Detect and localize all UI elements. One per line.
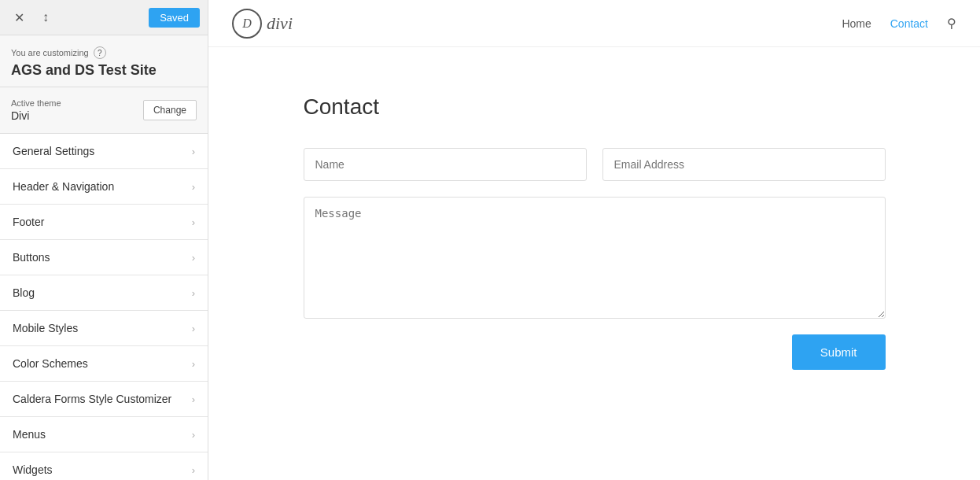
sidebar-item-widgets[interactable]: Widgets › bbox=[0, 452, 208, 480]
menu-item-label: Mobile Styles bbox=[13, 322, 78, 334]
sidebar-item-menus[interactable]: Menus › bbox=[0, 417, 208, 452]
sidebar-item-footer[interactable]: Footer › bbox=[0, 205, 208, 240]
chevron-right-icon: › bbox=[192, 181, 195, 193]
page-title: Contact bbox=[304, 94, 886, 120]
theme-info: Active theme Divi bbox=[11, 98, 61, 122]
chevron-right-icon: › bbox=[192, 429, 195, 441]
search-icon[interactable]: ⚲ bbox=[947, 16, 956, 31]
sidebar-topbar: ✕ ↕ Saved bbox=[0, 0, 208, 35]
chevron-right-icon: › bbox=[192, 323, 195, 334]
preview-header: D divi Home Contact ⚲ bbox=[208, 0, 980, 47]
nav-home[interactable]: Home bbox=[842, 17, 871, 30]
logo-area: D divi bbox=[232, 9, 293, 39]
menu-item-label: Blog bbox=[13, 286, 35, 299]
submit-button[interactable]: Submit bbox=[792, 334, 886, 370]
theme-name: Divi bbox=[11, 109, 61, 122]
menu-item-label: General Settings bbox=[13, 145, 94, 157]
reorder-icon[interactable]: ↕ bbox=[35, 6, 57, 28]
sidebar-item-blog[interactable]: Blog › bbox=[0, 275, 208, 311]
nav-links: Home Contact ⚲ bbox=[842, 16, 956, 31]
preview-content: Contact Submit bbox=[241, 47, 949, 417]
change-theme-button[interactable]: Change bbox=[143, 100, 197, 120]
site-name: AGS and DS Test Site bbox=[11, 62, 197, 79]
nav-contact[interactable]: Contact bbox=[890, 17, 928, 30]
preview-panel: D divi Home Contact ⚲ Contact Submit bbox=[208, 0, 980, 480]
sidebar-item-buttons[interactable]: Buttons › bbox=[0, 240, 208, 275]
form-name-email-row bbox=[304, 148, 886, 181]
logo-text: divi bbox=[267, 13, 293, 34]
sidebar-item-caldera-forms[interactable]: Caldera Forms Style Customizer › bbox=[0, 382, 208, 417]
sidebar-item-color-schemes[interactable]: Color Schemes › bbox=[0, 346, 208, 382]
message-textarea[interactable] bbox=[304, 197, 886, 319]
submit-row: Submit bbox=[304, 334, 886, 370]
chevron-right-icon: › bbox=[192, 146, 195, 157]
sidebar-item-header-navigation[interactable]: Header & Navigation › bbox=[0, 169, 208, 205]
chevron-right-icon: › bbox=[192, 252, 195, 264]
sidebar-info: You are customizing ? AGS and DS Test Si… bbox=[0, 35, 208, 87]
sidebar: ✕ ↕ Saved You are customizing ? AGS and … bbox=[0, 0, 208, 480]
menu-item-label: Color Schemes bbox=[13, 357, 88, 370]
chevron-right-icon: › bbox=[192, 393, 195, 405]
menu-item-label: Widgets bbox=[13, 463, 53, 476]
email-input[interactable] bbox=[602, 148, 886, 181]
active-theme-label: Active theme bbox=[11, 98, 61, 108]
sidebar-item-mobile-styles[interactable]: Mobile Styles › bbox=[0, 311, 208, 346]
menu-item-label: Footer bbox=[13, 216, 44, 228]
close-icon[interactable]: ✕ bbox=[8, 6, 30, 28]
chevron-right-icon: › bbox=[192, 287, 195, 299]
help-icon[interactable]: ? bbox=[94, 46, 106, 59]
name-input[interactable] bbox=[304, 148, 587, 181]
chevron-right-icon: › bbox=[192, 358, 195, 370]
menu-item-label: Caldera Forms Style Customizer bbox=[13, 393, 171, 405]
sidebar-item-general-settings[interactable]: General Settings › bbox=[0, 134, 208, 169]
logo-circle: D bbox=[232, 9, 262, 39]
chevron-right-icon: › bbox=[192, 464, 195, 476]
menu-item-label: Menus bbox=[13, 428, 46, 441]
sidebar-menu: General Settings › Header & Navigation ›… bbox=[0, 134, 208, 480]
theme-section: Active theme Divi Change bbox=[0, 87, 208, 134]
customizing-label: You are customizing ? bbox=[11, 46, 197, 59]
chevron-right-icon: › bbox=[192, 216, 195, 228]
menu-item-label: Header & Navigation bbox=[13, 180, 114, 193]
menu-item-label: Buttons bbox=[13, 251, 50, 264]
saved-button[interactable]: Saved bbox=[149, 8, 200, 28]
